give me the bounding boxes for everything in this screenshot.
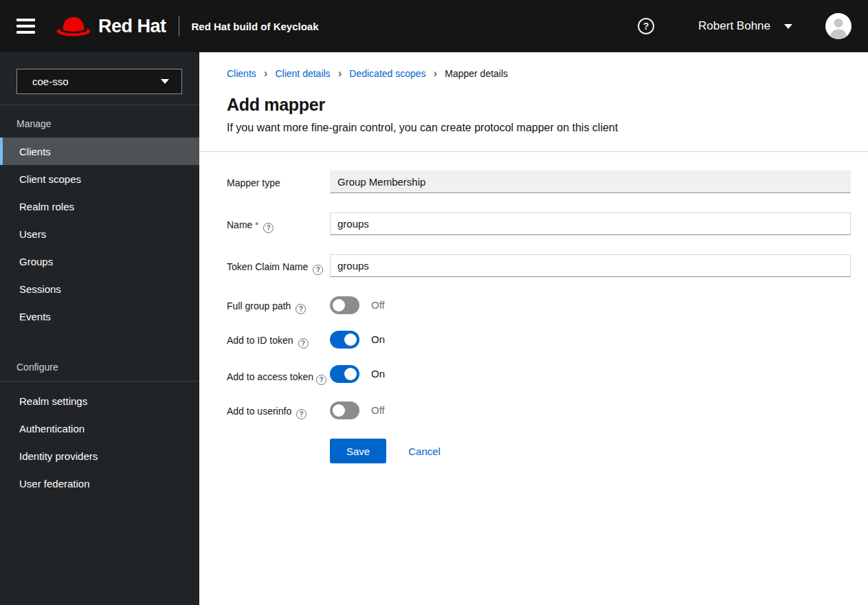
add-to-userinfo-label: Add to userinfo bbox=[227, 406, 291, 417]
add-to-id-token-help-icon[interactable] bbox=[298, 338, 309, 349]
mapper-type-label: Mapper type bbox=[227, 177, 280, 188]
sidebar-item-events[interactable]: Events bbox=[0, 302, 199, 330]
add-to-userinfo-toggle[interactable] bbox=[330, 402, 359, 419]
add-to-id-token-label: Add to ID token bbox=[227, 335, 293, 346]
redhat-hat-icon bbox=[56, 14, 91, 39]
breadcrumb-mapper-details: Mapper details bbox=[445, 68, 508, 79]
chevron-right-icon bbox=[264, 67, 268, 79]
add-to-access-token-label: Add to access token bbox=[227, 371, 313, 382]
sidebar-item-client-scopes[interactable]: Client scopes bbox=[0, 165, 199, 192]
chevron-right-icon bbox=[338, 67, 342, 79]
avatar bbox=[825, 13, 852, 39]
token-claim-name-input[interactable] bbox=[330, 254, 851, 277]
sidebar-nav: coe-sso Manage Clients Client scopes Rea… bbox=[0, 52, 199, 605]
form-row-add-to-id-token: Add to ID token On bbox=[227, 331, 851, 349]
page-header: Clients Client details Dedicated scopes … bbox=[199, 52, 868, 152]
sidebar-item-users[interactable]: Users bbox=[0, 220, 199, 248]
help-icon[interactable] bbox=[638, 18, 654, 34]
add-to-userinfo-state: Off bbox=[371, 402, 385, 419]
brand-name: Red Hat bbox=[98, 16, 166, 37]
full-group-path-help-icon[interactable] bbox=[296, 304, 306, 314]
token-claim-name-label: Token Claim Name bbox=[227, 261, 308, 272]
breadcrumb: Clients Client details Dedicated scopes … bbox=[227, 67, 841, 79]
name-help-icon[interactable] bbox=[263, 223, 274, 233]
form-row-full-group-path: Full group path Off bbox=[227, 296, 851, 314]
add-to-access-token-toggle[interactable] bbox=[330, 365, 359, 383]
sidebar-item-identity-providers[interactable]: Identity providers bbox=[0, 442, 199, 470]
app-title: Red Hat build of Keycloak bbox=[192, 21, 319, 32]
sidebar-item-realm-settings[interactable]: Realm settings bbox=[0, 387, 199, 415]
form-actions: Save Cancel bbox=[330, 439, 851, 463]
nav-section-configure: Configure bbox=[0, 330, 199, 381]
page-title: Add mapper bbox=[227, 95, 841, 115]
sidebar-item-authentication[interactable]: Authentication bbox=[0, 415, 199, 442]
add-to-id-token-state: On bbox=[371, 331, 385, 349]
mapper-type-input bbox=[330, 170, 851, 193]
cancel-button[interactable]: Cancel bbox=[408, 446, 441, 457]
masthead: Red Hat Red Hat build of Keycloak Robert… bbox=[0, 0, 868, 52]
sidebar-item-clients[interactable]: Clients bbox=[0, 138, 199, 165]
realm-selector-value: coe-sso bbox=[32, 76, 69, 87]
chevron-down-icon bbox=[161, 79, 169, 84]
main-content: Clients Client details Dedicated scopes … bbox=[199, 52, 868, 605]
user-name: Robert Bohne bbox=[698, 19, 770, 33]
form-row-mapper-type: Mapper type bbox=[227, 170, 851, 193]
breadcrumb-client-details[interactable]: Client details bbox=[275, 68, 330, 79]
form-row-add-to-access-token: Add to access token On bbox=[227, 365, 851, 385]
token-claim-name-help-icon[interactable] bbox=[313, 265, 323, 275]
breadcrumb-dedicated-scopes[interactable]: Dedicated scopes bbox=[349, 68, 425, 79]
form-row-add-to-userinfo: Add to userinfo Off bbox=[227, 402, 851, 419]
add-to-userinfo-help-icon[interactable] bbox=[296, 409, 307, 419]
form-row-name: Name* bbox=[227, 212, 851, 235]
page-subtitle: If you want more fine-grain control, you… bbox=[227, 122, 841, 134]
form-row-token-claim-name: Token Claim Name bbox=[227, 254, 851, 277]
masthead-divider bbox=[179, 16, 179, 36]
sidebar-item-groups[interactable]: Groups bbox=[0, 248, 199, 275]
required-indicator: * bbox=[255, 220, 258, 230]
breadcrumb-clients[interactable]: Clients bbox=[227, 68, 256, 79]
add-to-access-token-help-icon[interactable] bbox=[316, 375, 326, 385]
name-input[interactable] bbox=[330, 212, 851, 235]
full-group-path-state: Off bbox=[371, 296, 385, 314]
full-group-path-label: Full group path bbox=[227, 300, 291, 311]
add-to-access-token-state: On bbox=[371, 365, 385, 383]
name-label: Name bbox=[227, 219, 252, 230]
keycloak-admin-console: Red Hat Red Hat build of Keycloak Robert… bbox=[0, 0, 868, 605]
save-button[interactable]: Save bbox=[330, 439, 386, 463]
sidebar-item-user-federation[interactable]: User federation bbox=[0, 470, 199, 497]
user-menu-dropdown[interactable]: Robert Bohne bbox=[694, 19, 797, 34]
sidebar-item-sessions[interactable]: Sessions bbox=[0, 275, 199, 302]
redhat-logo[interactable]: Red Hat bbox=[56, 14, 166, 39]
realm-selector[interactable]: coe-sso bbox=[16, 69, 182, 94]
nav-section-manage: Manage bbox=[0, 105, 199, 138]
chevron-right-icon bbox=[434, 67, 438, 79]
full-group-path-toggle[interactable] bbox=[330, 296, 359, 314]
add-to-id-token-toggle[interactable] bbox=[330, 331, 359, 349]
add-mapper-form: Mapper type Name* Token Claim Name bbox=[199, 152, 868, 463]
chevron-down-icon bbox=[784, 24, 792, 29]
sidebar-item-realm-roles[interactable]: Realm roles bbox=[0, 192, 199, 220]
hamburger-menu-icon[interactable] bbox=[14, 13, 38, 39]
